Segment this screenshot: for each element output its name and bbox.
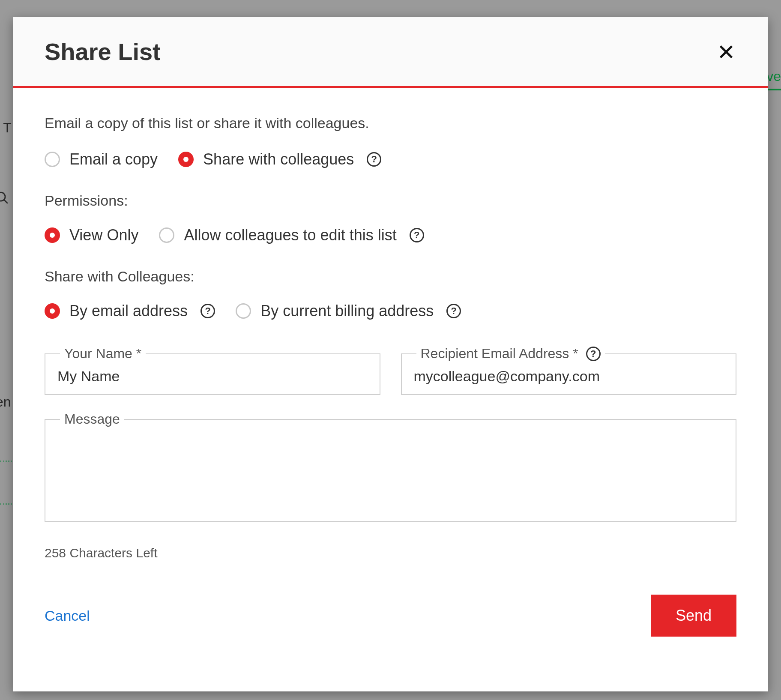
- modal-body: Email a copy of this list or share it wi…: [13, 88, 768, 691]
- message-field-wrap: Message: [45, 419, 736, 524]
- by-email-radio[interactable]: By email address ?: [45, 302, 215, 320]
- search-icon: [0, 191, 9, 207]
- intro-text: Email a copy of this list or share it wi…: [45, 115, 736, 132]
- by-billing-label: By current billing address: [260, 302, 434, 320]
- permissions-heading: Permissions:: [45, 192, 736, 209]
- by-email-label: By email address: [69, 302, 188, 320]
- recipient-email-label-text: Recipient Email Address *: [421, 346, 578, 362]
- message-textarea[interactable]: [45, 419, 736, 522]
- bg-left-pen-fragment: en: [0, 394, 11, 410]
- allow-edit-radio[interactable]: Allow colleagues to edit this list ?: [159, 226, 424, 244]
- share-with-colleagues-radio[interactable]: Share with colleagues ?: [178, 150, 381, 168]
- cancel-button[interactable]: Cancel: [45, 607, 90, 624]
- your-name-label: Your Name *: [60, 346, 146, 362]
- modal-header: Share List: [13, 17, 768, 88]
- share-list-modal: Share List Email a copy of this list or …: [13, 17, 768, 691]
- recipient-email-label: Recipient Email Address * ?: [416, 346, 605, 362]
- close-button[interactable]: [716, 42, 736, 62]
- radio-icon: [178, 152, 194, 167]
- name-email-row: Your Name * Recipient Email Address * ?: [45, 353, 736, 395]
- close-icon: [718, 43, 735, 60]
- modal-title: Share List: [45, 38, 161, 66]
- share-with-heading: Share with Colleagues:: [45, 268, 736, 285]
- help-icon[interactable]: ?: [200, 304, 215, 318]
- view-only-label: View Only: [69, 226, 138, 244]
- help-icon[interactable]: ?: [446, 304, 461, 318]
- svg-line-1: [4, 200, 8, 203]
- share-mode-group: Email a copy Share with colleagues ?: [45, 150, 736, 168]
- message-label: Message: [60, 411, 124, 427]
- help-icon[interactable]: ?: [586, 347, 601, 361]
- characters-left: 258 Characters Left: [45, 546, 736, 560]
- your-name-field-wrap: Your Name *: [45, 353, 380, 395]
- share-with-group: By email address ? By current billing ad…: [45, 302, 736, 320]
- radio-icon: [159, 227, 174, 243]
- allow-edit-label: Allow colleagues to edit this list: [184, 226, 396, 244]
- message-row: Message: [45, 419, 736, 524]
- bg-left-text-fragment: t T: [0, 120, 12, 136]
- help-icon[interactable]: ?: [367, 152, 381, 167]
- radio-icon: [45, 227, 60, 243]
- modal-footer: Cancel Send: [45, 595, 736, 637]
- radio-icon: [45, 152, 60, 167]
- view-only-radio[interactable]: View Only: [45, 226, 138, 244]
- help-icon[interactable]: ?: [410, 228, 424, 242]
- by-billing-radio[interactable]: By current billing address ?: [236, 302, 461, 320]
- radio-icon: [236, 303, 251, 319]
- email-a-copy-label: Email a copy: [69, 150, 158, 168]
- radio-icon: [45, 303, 60, 319]
- email-a-copy-radio[interactable]: Email a copy: [45, 150, 158, 168]
- permissions-group: View Only Allow colleagues to edit this …: [45, 226, 736, 244]
- share-with-colleagues-label: Share with colleagues: [203, 150, 354, 168]
- send-button[interactable]: Send: [651, 595, 736, 637]
- recipient-email-field-wrap: Recipient Email Address * ?: [401, 353, 737, 395]
